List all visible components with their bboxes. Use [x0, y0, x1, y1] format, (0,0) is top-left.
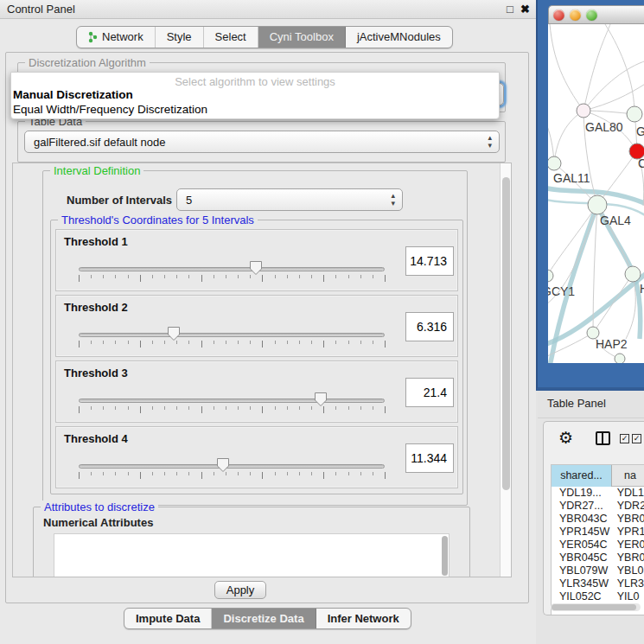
tab-select[interactable]: Select [204, 27, 258, 48]
column-header-shared-name[interactable]: shared... [552, 465, 612, 487]
network-canvas[interactable]: GAL80GACGAL11GAL4GCY1HHAP2 [548, 24, 644, 363]
gear-icon[interactable]: ⚙ [558, 429, 573, 448]
network-edge[interactable] [550, 24, 583, 111]
list-scrollbar[interactable] [442, 536, 448, 576]
network-edge[interactable] [548, 104, 554, 163]
threshold-slider[interactable] [79, 394, 386, 424]
network-edge[interactable] [548, 205, 597, 276]
network-edge[interactable] [605, 24, 634, 114]
table-cell[interactable]: YDR27... [552, 500, 613, 513]
numerical-attributes-label: Numerical Attributes [43, 516, 153, 529]
tab-cyni-toolbox[interactable]: Cyni Toolbox [258, 27, 346, 48]
group-title: Threshold's Coordinates for 5 Intervals [58, 214, 258, 226]
table-cell[interactable]: YDL1 [613, 487, 644, 500]
network-node[interactable] [577, 104, 590, 118]
threshold-value-field[interactable]: 6.316 [405, 312, 454, 341]
table-cell[interactable]: YBL0 [613, 564, 644, 577]
network-node[interactable] [625, 266, 641, 282]
close-icon[interactable]: ✖ [520, 3, 530, 16]
table-cell[interactable]: YDL19... [552, 487, 613, 500]
threshold-slider[interactable] [79, 328, 386, 358]
table-row[interactable]: YBR043C YBR0 [552, 513, 644, 526]
network-node[interactable] [548, 270, 553, 282]
network-node[interactable] [588, 195, 607, 214]
table-row[interactable]: YPR145W YPR1 [552, 526, 644, 539]
threshold-slider[interactable] [79, 460, 386, 489]
table-cell[interactable]: YLR345W [552, 577, 613, 590]
table-cell[interactable]: YIL0 [613, 590, 644, 603]
threshold-label: Threshold 3 [64, 367, 128, 379]
table-row[interactable]: YLR345W YLR3 [552, 577, 644, 590]
checkbox-icon[interactable]: ✓ [620, 434, 629, 443]
tab-infer-network[interactable]: Infer Network [316, 609, 411, 628]
table-cell[interactable]: YIL052C [552, 590, 613, 603]
float-window-icon[interactable]: □ [507, 3, 513, 16]
table-cell[interactable]: YBR045C [552, 552, 613, 564]
table-row[interactable]: YER054C YER0 [552, 539, 644, 552]
network-node[interactable] [548, 156, 561, 170]
tab-impute-data[interactable]: Impute Data [124, 609, 212, 628]
thresholds-list: Threshold 1 14.7 [51, 229, 458, 492]
table-cell[interactable]: YBR0 [613, 552, 644, 564]
table-row[interactable]: YBR045C YBR0 [552, 552, 644, 564]
table-cell[interactable]: YER0 [613, 539, 644, 552]
table-cell[interactable]: YLR3 [613, 577, 644, 590]
slider-track[interactable] [79, 333, 385, 337]
dropdown-item-manual-discretization[interactable]: Manual Discretization [11, 87, 499, 102]
scrollbar-thumb[interactable] [502, 177, 510, 490]
tab-network[interactable]: Network [77, 27, 156, 48]
network-edge[interactable] [593, 274, 633, 333]
checkbox-icon[interactable]: ✓ [632, 434, 641, 443]
table-data-combobox[interactable]: galFiltered.sif default node ▴▾ [24, 131, 500, 153]
apply-button[interactable]: Apply [214, 581, 266, 599]
table-cell[interactable]: YBR0 [613, 513, 644, 526]
table-cell[interactable]: YDR2 [613, 500, 644, 513]
settings-scrollbar[interactable] [500, 163, 511, 577]
table-cell[interactable]: YER054C [552, 539, 613, 552]
threshold-group: Threshold 4 11.3 [55, 426, 458, 488]
mac-zoom-icon[interactable] [586, 10, 597, 21]
tab-jactivemnodules[interactable]: jActiveMNodules [346, 27, 452, 48]
list-item[interactable] [54, 564, 449, 577]
slider-track[interactable] [79, 464, 385, 469]
table-row[interactable]: YIL052C YIL0 [552, 590, 644, 603]
slider-track[interactable] [79, 267, 385, 271]
slider-thumb[interactable] [216, 457, 230, 473]
table-horizontal-scrollbar[interactable] [551, 603, 641, 611]
tab-discretize-data[interactable]: Discretize Data [212, 609, 316, 628]
tab-label: Cyni Toolbox [270, 27, 334, 48]
network-edge[interactable] [554, 111, 583, 163]
network-node[interactable] [627, 106, 642, 122]
slider-thumb[interactable] [249, 260, 263, 276]
scrollbar-thumb[interactable] [552, 604, 636, 610]
number-of-intervals-combobox[interactable]: 5 ▴▾ [176, 188, 403, 211]
network-node[interactable] [615, 354, 625, 363]
column-header-name[interactable]: na [612, 465, 644, 487]
list-item[interactable] [54, 534, 449, 549]
split-panel-icon[interactable] [596, 431, 610, 445]
table-row[interactable]: YBL079W YBL0 [552, 564, 644, 577]
slider-thumb[interactable] [314, 392, 328, 407]
tab-style[interactable]: Style [156, 27, 204, 48]
threshold-slider[interactable] [79, 263, 386, 292]
table-row[interactable]: YDL19... YDL1 [552, 487, 644, 500]
table-cell[interactable]: YPR145W [552, 526, 613, 539]
table-cell[interactable]: YBR043C [552, 513, 613, 526]
threshold-value-field[interactable]: 14.713 [405, 246, 454, 276]
network-edge[interactable] [583, 24, 610, 111]
slider-track[interactable] [79, 399, 385, 403]
threshold-value-field[interactable]: 21.4 [405, 378, 454, 407]
table-cell[interactable]: YBL079W [552, 564, 613, 577]
table-row[interactable]: YDR27... YDR2 [552, 500, 644, 513]
threshold-value-field[interactable]: 11.344 [405, 443, 454, 473]
dropdown-item-equal-width-frequency[interactable]: Equal Width/Frequency Discretization [11, 102, 499, 117]
list-item[interactable] [54, 549, 449, 564]
network-node-label: GAL80 [585, 120, 623, 134]
algorithm-dropdown-popup: Select algorithm to view settings Manual… [10, 72, 500, 119]
mac-close-icon[interactable] [553, 10, 564, 21]
network-edge[interactable] [583, 61, 644, 111]
mac-minimize-icon[interactable] [570, 10, 581, 21]
table-cell[interactable]: YPR1 [613, 526, 644, 539]
slider-thumb[interactable] [167, 326, 181, 341]
cyni-bottom-tabs: Impute Data Discretize Data Infer Networ… [124, 608, 411, 629]
